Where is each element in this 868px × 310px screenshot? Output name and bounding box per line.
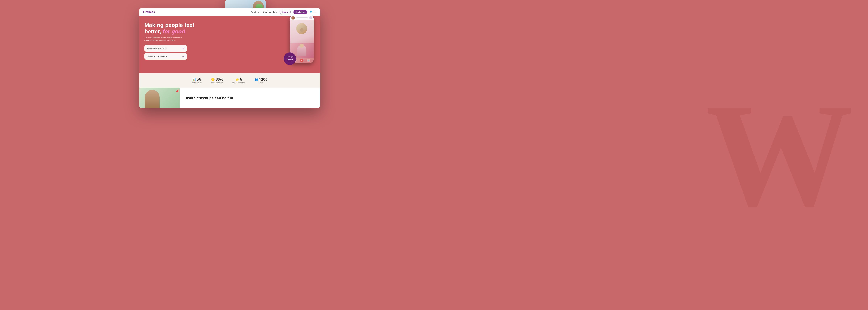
professionals-btn-label: For health professionals	[147, 55, 167, 57]
browser-window: Lifeness Services ▾ About us Blog Sign i…	[139, 8, 320, 108]
nav-about[interactable]: About us	[263, 11, 271, 13]
badge-bottom-text: of Health	[288, 60, 292, 61]
badge-main-text: Norwegian Directory	[286, 57, 293, 60]
nav-blog[interactable]: Blog	[273, 11, 277, 13]
hospitals-btn-label: For hospitals and clinics	[147, 48, 167, 50]
hero-section: Making people feel better, for good A tw…	[139, 16, 320, 73]
stat-results-label: better results	[192, 82, 202, 84]
arrow-right-icon: →	[182, 47, 184, 50]
smile-icon: 😊	[211, 78, 215, 81]
navbar: Lifeness Services ▾ About us Blog Sign i…	[139, 8, 320, 16]
stat-users-label: Users	[259, 82, 263, 84]
professionals-btn[interactable]: For health professionals →	[145, 53, 187, 60]
watermark: W	[706, 70, 853, 240]
directory-badge: Top score big like Norwegian Directory o…	[284, 53, 296, 65]
nav-services[interactable]: Services ▾	[251, 11, 260, 13]
stats-section: 📊 x5 better results 😊 86% better motivat…	[139, 73, 320, 88]
camera-btn[interactable]: 📷	[307, 59, 310, 62]
stat-rating-value: ⭐ 5	[236, 77, 242, 82]
end-call-btn[interactable]: ✕	[300, 59, 303, 62]
arrow-right-icon: →	[182, 55, 184, 58]
stat-users: 👥 >100 Users	[254, 77, 268, 84]
stat-motivation: 😊 86% better motivation	[211, 77, 223, 84]
navbar-nav: Services ▾ About us Blog Sign in Contact…	[251, 10, 316, 14]
stat-results-value: 📊 x5	[192, 77, 201, 82]
navbar-logo: Lifeness	[143, 10, 155, 14]
signin-button[interactable]: Sign in	[280, 10, 291, 14]
lang-selector[interactable]: 🌐 EN ▾	[310, 11, 316, 13]
users-icon: 👥	[254, 78, 258, 81]
person-image	[145, 90, 160, 108]
chevron-down-icon: ▾	[315, 11, 316, 13]
photo-bg	[139, 88, 180, 108]
stat-users-value: 👥 >100	[254, 77, 268, 82]
hero-subtitle: A two-way treatment hub for obesity and …	[145, 36, 189, 42]
doctor-avatar	[296, 23, 307, 34]
star-icon: ⭐	[236, 78, 239, 81]
stat-rating-label: star on App Store	[232, 82, 245, 84]
bottom-section: Health checkups can be fun	[139, 88, 320, 108]
hospitals-btn[interactable]: For hospitals and clinics →	[145, 45, 187, 52]
phone-video-area	[290, 20, 314, 58]
stat-motivation-value: 😊 86%	[211, 77, 223, 82]
contact-button[interactable]: Contact us	[293, 10, 307, 14]
photo-card	[139, 88, 180, 108]
bottom-text-area: Health checkups can be fun	[180, 88, 320, 108]
stat-results: 📊 x5 better results	[192, 77, 202, 84]
stat-rating: ⭐ 5 star on App Store	[232, 77, 245, 84]
chevron-down-icon: ▾	[259, 11, 260, 13]
triangle-decoration	[176, 89, 179, 92]
bottom-title: Health checkups can be fun	[184, 96, 316, 100]
stat-motivation-label: better motivation	[211, 82, 223, 84]
avatar-small	[291, 16, 295, 20]
phone-top-bar	[290, 16, 314, 20]
chart-icon: 📊	[192, 78, 196, 81]
